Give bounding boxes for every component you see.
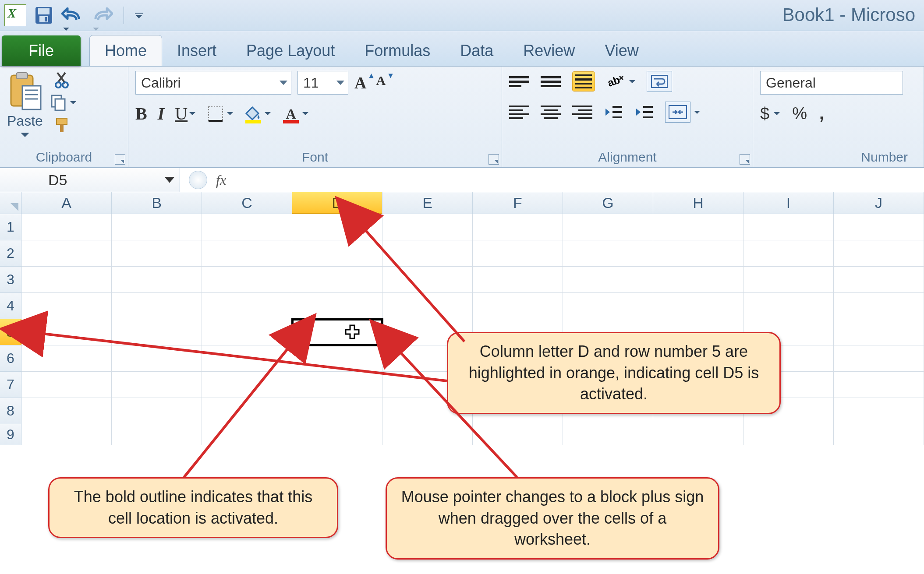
cell-D1[interactable] (292, 214, 382, 240)
name-box[interactable]: D5 (0, 168, 180, 192)
dialog-launcher-clipboard[interactable] (115, 154, 125, 165)
bold-button[interactable]: B (135, 103, 147, 124)
cell-J1[interactable] (834, 214, 924, 240)
column-header-A[interactable]: A (21, 192, 112, 214)
align-right-button[interactable] (572, 103, 592, 121)
tab-formulas[interactable]: Formulas (350, 35, 445, 66)
tab-file[interactable]: File (2, 35, 81, 66)
dialog-launcher-font[interactable] (489, 154, 499, 165)
excel-app-icon[interactable] (4, 4, 26, 26)
cell-I2[interactable] (743, 240, 834, 267)
cell-A9[interactable] (21, 424, 112, 445)
italic-button[interactable]: I (158, 103, 165, 124)
row-header-6[interactable]: 6 (0, 345, 21, 372)
cell-C8[interactable] (202, 398, 292, 424)
cell-D7[interactable] (292, 372, 382, 398)
underline-button[interactable]: U (175, 103, 188, 124)
cell-J2[interactable] (834, 240, 924, 267)
cell-A7[interactable] (21, 372, 112, 398)
cell-D8[interactable] (292, 398, 382, 424)
row-header-2[interactable]: 2 (0, 240, 21, 267)
cell-E2[interactable] (382, 240, 473, 267)
accounting-format-button[interactable]: $ (760, 104, 780, 123)
increase-indent-button[interactable] (634, 103, 654, 121)
grow-font-button[interactable]: A▴ (354, 73, 372, 92)
tab-view[interactable]: View (590, 35, 653, 66)
cell-J9[interactable] (834, 424, 924, 445)
cell-H2[interactable] (653, 240, 743, 267)
tab-home[interactable]: Home (89, 35, 162, 66)
number-format-combo[interactable]: General (760, 71, 903, 95)
column-header-C[interactable]: C (202, 192, 292, 214)
wrap-text-button[interactable] (647, 71, 672, 92)
cell-D4[interactable] (292, 293, 382, 319)
tab-review[interactable]: Review (508, 35, 590, 66)
copy-button[interactable] (49, 94, 76, 111)
align-top-button[interactable] (509, 73, 529, 90)
cell-A4[interactable] (21, 293, 112, 319)
column-header-D[interactable]: D (292, 192, 382, 214)
cell-C4[interactable] (202, 293, 292, 319)
cell-J8[interactable] (834, 398, 924, 424)
fill-color-button[interactable] (244, 104, 271, 123)
decrease-indent-button[interactable] (604, 103, 623, 121)
comma-format-button[interactable]: , (819, 104, 824, 123)
cell-I4[interactable] (743, 293, 834, 319)
cell-D2[interactable] (292, 240, 382, 267)
shrink-font-button[interactable]: A▾ (376, 73, 392, 92)
tab-data[interactable]: Data (445, 35, 508, 66)
cell-B1[interactable] (112, 214, 202, 240)
column-header-J[interactable]: J (834, 192, 924, 214)
cell-A3[interactable] (21, 267, 112, 293)
cut-icon[interactable] (53, 71, 72, 88)
cell-G2[interactable] (563, 240, 653, 267)
cell-G4[interactable] (563, 293, 653, 319)
cell-H3[interactable] (653, 267, 743, 293)
merge-center-button[interactable] (665, 102, 700, 123)
cell-B4[interactable] (112, 293, 202, 319)
cell-B2[interactable] (112, 240, 202, 267)
cell-C5[interactable] (202, 319, 292, 345)
cancel-formula-button[interactable] (189, 171, 207, 189)
cell-B7[interactable] (112, 372, 202, 398)
row-header-9[interactable]: 9 (0, 424, 21, 445)
cell-J5[interactable] (834, 319, 924, 345)
cell-B6[interactable] (112, 345, 202, 372)
cell-A8[interactable] (21, 398, 112, 424)
row-header-1[interactable]: 1 (0, 214, 21, 240)
borders-button[interactable] (206, 104, 233, 123)
cell-D9[interactable] (292, 424, 382, 445)
percent-format-button[interactable]: % (792, 104, 807, 123)
column-header-I[interactable]: I (743, 192, 834, 214)
cell-E9[interactable] (382, 424, 473, 445)
tab-insert[interactable]: Insert (162, 35, 231, 66)
cell-J4[interactable] (834, 293, 924, 319)
align-left-button[interactable] (509, 103, 529, 121)
cell-E3[interactable] (382, 267, 473, 293)
cell-D3[interactable] (292, 267, 382, 293)
cell-E1[interactable] (382, 214, 473, 240)
cell-J6[interactable] (834, 345, 924, 372)
cell-J7[interactable] (834, 372, 924, 398)
cell-A2[interactable] (21, 240, 112, 267)
cell-F1[interactable] (473, 214, 563, 240)
cell-C6[interactable] (202, 345, 292, 372)
cell-G3[interactable] (563, 267, 653, 293)
cell-F4[interactable] (473, 293, 563, 319)
cell-B9[interactable] (112, 424, 202, 445)
cell-B8[interactable] (112, 398, 202, 424)
paste-button[interactable]: Paste (7, 71, 43, 137)
tab-page-layout[interactable]: Page Layout (231, 35, 350, 66)
save-icon[interactable] (34, 6, 53, 25)
column-header-B[interactable]: B (112, 192, 202, 214)
font-color-button[interactable]: A (281, 104, 308, 123)
cell-F9[interactable] (473, 424, 563, 445)
cell-C9[interactable] (202, 424, 292, 445)
font-name-combo[interactable]: Calibri (135, 71, 291, 95)
cell-G1[interactable] (563, 214, 653, 240)
cell-I1[interactable] (743, 214, 834, 240)
cell-H4[interactable] (653, 293, 743, 319)
cell-I3[interactable] (743, 267, 834, 293)
cell-C1[interactable] (202, 214, 292, 240)
row-header-7[interactable]: 7 (0, 372, 21, 398)
